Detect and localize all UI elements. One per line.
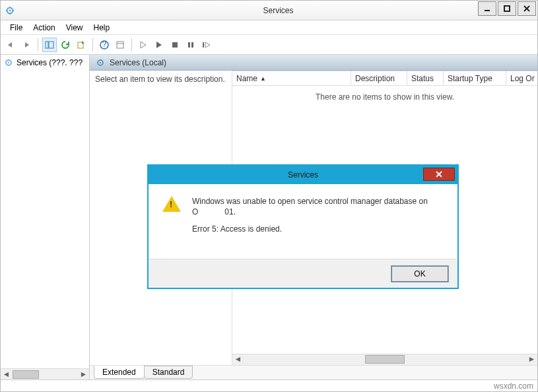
menu-file[interactable]: File bbox=[5, 22, 28, 34]
svg-rect-7 bbox=[49, 42, 53, 48]
tree-root-label: Services (???. ??? bbox=[17, 58, 83, 67]
description-hint: Select an item to view its description. bbox=[95, 75, 225, 84]
svg-rect-13 bbox=[172, 42, 178, 48]
dialog-message-line2: O 01. bbox=[192, 207, 446, 217]
list-scrollbar-horizontal[interactable]: ◄ ► bbox=[232, 354, 537, 365]
close-button[interactable] bbox=[518, 1, 536, 16]
dialog-title-bar: Services bbox=[149, 166, 457, 184]
column-header-status[interactable]: Status bbox=[407, 71, 444, 85]
menu-bar: File Action View Help bbox=[1, 20, 537, 35]
title-bar: Services bbox=[1, 1, 537, 20]
menu-action[interactable]: Action bbox=[28, 22, 60, 34]
view-header-title: Services (Local) bbox=[110, 58, 166, 67]
error-dialog: Services Windows was unable to open serv… bbox=[147, 164, 459, 289]
scroll-left-icon[interactable]: ◄ bbox=[1, 370, 12, 379]
column-header-startup[interactable]: Startup Type bbox=[444, 71, 506, 85]
svg-rect-11 bbox=[117, 42, 123, 48]
nav-forward-icon[interactable] bbox=[19, 38, 34, 52]
sort-asc-icon: ▲ bbox=[260, 75, 266, 82]
menu-help[interactable]: Help bbox=[88, 22, 116, 34]
tree-root-item[interactable]: Services (???. ??? bbox=[1, 55, 89, 71]
gear-icon bbox=[3, 57, 14, 68]
tree-scrollbar-horizontal[interactable]: ◄ ► bbox=[1, 368, 89, 379]
tree-pane: Services (???. ??? ◄ ► bbox=[1, 55, 90, 379]
menu-view[interactable]: View bbox=[61, 22, 88, 34]
column-header-logon[interactable]: Log Or bbox=[506, 71, 537, 85]
tab-standard[interactable]: Standard bbox=[144, 366, 193, 379]
svg-rect-14 bbox=[188, 42, 190, 48]
column-header-description[interactable]: Description bbox=[351, 71, 407, 85]
pause-service-icon[interactable] bbox=[184, 38, 198, 52]
dialog-message-line1: Windows was unable to open service contr… bbox=[192, 196, 446, 207]
view-tabs: Extended Standard bbox=[90, 365, 537, 379]
properties-icon[interactable] bbox=[113, 38, 127, 52]
scroll-thumb[interactable] bbox=[13, 370, 39, 379]
export-list-icon[interactable] bbox=[74, 38, 88, 52]
svg-text:?: ? bbox=[102, 40, 107, 49]
status-text: wsxdn.com bbox=[494, 381, 533, 391]
show-hide-tree-icon[interactable] bbox=[42, 38, 57, 52]
maximize-button[interactable] bbox=[498, 1, 516, 16]
start-service-solid-icon[interactable] bbox=[152, 38, 166, 52]
close-icon bbox=[435, 170, 443, 178]
svg-rect-16 bbox=[203, 42, 204, 48]
stop-service-icon[interactable] bbox=[168, 38, 182, 52]
scroll-right-icon[interactable]: ► bbox=[78, 370, 89, 379]
scroll-thumb[interactable] bbox=[365, 355, 405, 364]
status-bar: wsxdn.com bbox=[1, 379, 537, 391]
svg-rect-6 bbox=[46, 42, 48, 48]
svg-point-20 bbox=[100, 62, 101, 63]
gear-icon bbox=[95, 57, 106, 68]
help-icon[interactable]: ? bbox=[97, 38, 112, 52]
nav-back-icon[interactable] bbox=[3, 38, 18, 52]
empty-list-message: There are no items to show in this view. bbox=[232, 86, 537, 108]
scroll-left-icon[interactable]: ◄ bbox=[232, 354, 244, 364]
services-app-icon bbox=[5, 5, 15, 16]
dialog-close-button[interactable] bbox=[423, 168, 455, 181]
view-header: Services (Local) bbox=[90, 55, 537, 71]
dialog-message-line3: Error 5: Access is denied. bbox=[192, 224, 446, 234]
dialog-title: Services bbox=[288, 170, 318, 180]
ok-button[interactable]: OK bbox=[391, 266, 448, 282]
svg-rect-15 bbox=[191, 42, 193, 48]
start-service-icon[interactable] bbox=[136, 38, 151, 52]
restart-service-icon[interactable] bbox=[199, 38, 214, 52]
warning-icon bbox=[160, 196, 183, 253]
scroll-right-icon[interactable]: ► bbox=[526, 354, 537, 364]
window-title: Services bbox=[19, 6, 537, 15]
minimize-button[interactable] bbox=[478, 1, 496, 16]
column-header-name[interactable]: Name▲ bbox=[232, 71, 351, 85]
toolbar: ? bbox=[1, 35, 537, 55]
svg-point-1 bbox=[9, 9, 11, 11]
refresh-icon[interactable] bbox=[58, 38, 73, 52]
svg-rect-3 bbox=[504, 6, 510, 11]
svg-point-18 bbox=[8, 62, 9, 63]
tab-extended[interactable]: Extended bbox=[94, 366, 145, 379]
